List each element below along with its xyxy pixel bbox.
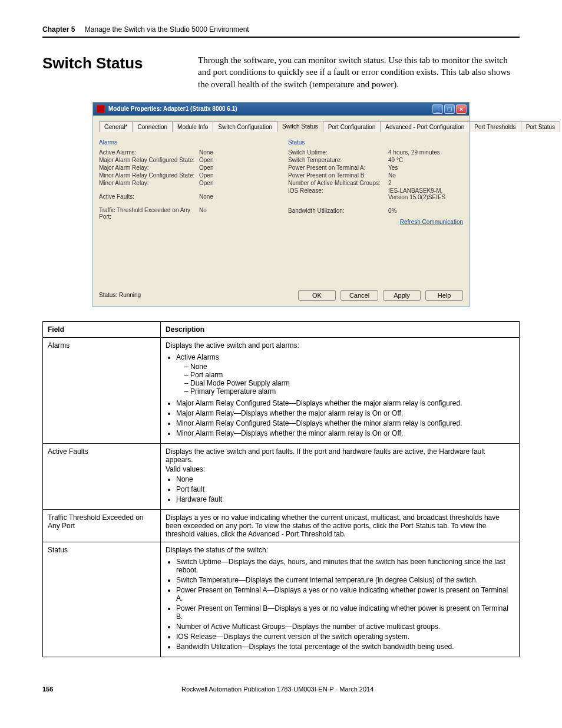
status-row: Switch Uptime:4 hours, 29 minutes	[288, 149, 463, 156]
status-row: IOS Release:IES-LANBASEK9-M, Version 15.…	[288, 187, 463, 200]
table-row: Alarms Displays the active switch and po…	[43, 337, 520, 443]
titlebar: Module Properties: Adapter1 (Stratix 800…	[93, 103, 469, 116]
field-name: Status	[43, 542, 161, 657]
active-faults-row: Active Faults:None	[99, 193, 274, 200]
table-row: Traffic Threshold Exceeded on Any Port D…	[43, 509, 520, 542]
bandwidth-row: Bandwidth Utilization:0%	[288, 207, 463, 214]
chapter-label: Chapter 5	[42, 25, 75, 34]
tab-connection[interactable]: Connection	[132, 121, 173, 132]
alarm-row: Minor Alarm Relay:Open	[99, 180, 274, 186]
help-button[interactable]: Help	[425, 290, 463, 301]
ok-button[interactable]: OK	[298, 290, 336, 301]
module-properties-window: Module Properties: Adapter1 (Stratix 800…	[92, 102, 470, 307]
page-number: 156	[42, 686, 53, 693]
intro-paragraph: Through the software, you can monitor sw…	[198, 54, 520, 90]
field-name: Traffic Threshold Exceeded on Any Port	[43, 509, 161, 542]
field-desc: Displays the status of the switch: Switc…	[161, 542, 520, 657]
tab-advanced-port-configuration[interactable]: Advanced - Port Configuration	[380, 121, 470, 132]
tab-switch-configuration[interactable]: Switch Configuration	[213, 121, 277, 132]
status-header: Status	[288, 139, 463, 146]
status-running: Status: Running	[99, 292, 141, 298]
field-desc: Displays the active switch and port alar…	[161, 337, 520, 443]
tabstrip: General* Connection Module Info Switch C…	[99, 120, 463, 132]
alarm-row: Major Alarm Relay:Open	[99, 164, 274, 171]
tab-port-status[interactable]: Port Status	[521, 121, 560, 132]
col-field: Field	[43, 321, 161, 337]
traffic-threshold-row: Traffic Threshold Exceeded on Any Port:N…	[99, 207, 274, 220]
field-name: Active Faults	[43, 443, 161, 509]
tab-module-info[interactable]: Module Info	[172, 121, 213, 132]
field-desc: Displays a yes or no value indicating wh…	[161, 509, 520, 542]
cancel-button[interactable]: Cancel	[340, 290, 378, 301]
tab-port-configuration[interactable]: Port Configuration	[323, 121, 381, 132]
alarm-row: Major Alarm Relay Configured State:Open	[99, 157, 274, 163]
window-title: Module Properties: Adapter1 (Stratix 800…	[108, 106, 237, 112]
table-row: Status Displays the status of the switch…	[43, 542, 520, 657]
close-button[interactable]: ×	[456, 104, 467, 114]
alarms-header: Alarms	[99, 139, 274, 146]
publication-line: Rockwell Automation Publication 1783-UM0…	[181, 686, 373, 693]
field-description-table: Field Description Alarms Displays the ac…	[42, 321, 520, 657]
minimize-button[interactable]: _	[432, 104, 443, 114]
refresh-communication-link[interactable]: Refresh Communication	[400, 219, 463, 225]
alarm-row: Active Alarms:None	[99, 149, 274, 156]
field-name: Alarms	[43, 337, 161, 443]
maximize-button[interactable]: □	[444, 104, 455, 114]
status-row: Number of Active Multicast Groups:2	[288, 180, 463, 186]
status-row: Power Present on Terminal A:Yes	[288, 164, 463, 171]
chapter-bar: Chapter 5 Manage the Switch via the Stud…	[42, 24, 520, 38]
tab-port-thresholds[interactable]: Port Thresholds	[469, 121, 521, 132]
apply-button[interactable]: Apply	[383, 290, 421, 301]
col-description: Description	[161, 321, 520, 337]
status-row: Power Present on Terminal B:No	[288, 172, 463, 179]
alarm-row: Minor Alarm Relay Configured State:Open	[99, 172, 274, 179]
status-row: Switch Temperature:49 °C	[288, 157, 463, 163]
field-desc: Displays the active switch and port faul…	[161, 443, 520, 509]
section-heading: Switch Status	[42, 54, 184, 73]
tab-general[interactable]: General*	[99, 121, 133, 132]
table-row: Active Faults Displays the active switch…	[43, 443, 520, 509]
chapter-title: Manage the Switch via the Studio 5000 En…	[85, 25, 249, 34]
app-icon	[97, 105, 105, 113]
tab-switch-status[interactable]: Switch Status	[277, 121, 323, 132]
